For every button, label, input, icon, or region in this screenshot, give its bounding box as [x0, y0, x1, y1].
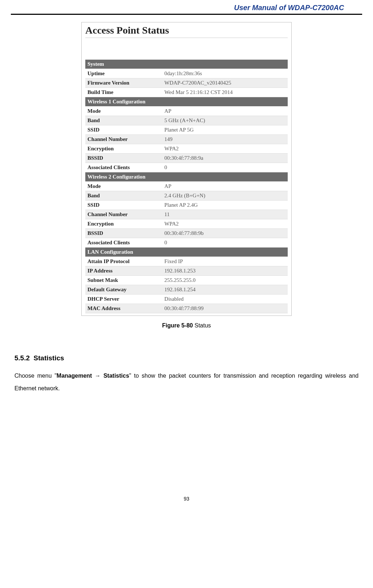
row-label: Build Time — [85, 88, 162, 97]
table-row: DHCP ServerDisabled — [85, 295, 288, 304]
row-label: Subnet Mask — [85, 276, 162, 285]
status-table: SystemUptime0day:1h:28m:36sFirmware Vers… — [85, 60, 288, 313]
figure-caption-bold: Figure 5-80 — [162, 322, 193, 329]
row-value: 2.4 GHz (B+G+N) — [162, 191, 288, 201]
arrow-icon: → — [92, 373, 103, 379]
figure-caption-text: Status — [193, 322, 211, 329]
row-label: SSID — [85, 125, 162, 135]
row-value: AP — [162, 182, 288, 191]
section-heading: 5.5.2 Statistics — [14, 354, 359, 362]
table-row: BSSID00:30:4f:77:88:9b — [85, 229, 288, 238]
table-row: EncryptionWPA2 — [85, 144, 288, 154]
row-value: 11 — [162, 210, 288, 219]
row-value: 00:30:4f:77:88:99 — [162, 304, 288, 313]
row-label: Mode — [85, 107, 162, 116]
row-label: Uptime — [85, 69, 162, 78]
row-value: AP — [162, 107, 288, 116]
table-row: EncryptionWPA2 — [85, 219, 288, 229]
row-label: Attain IP Protocol — [85, 257, 162, 266]
status-title: Access Point Status — [85, 25, 288, 38]
table-row: Firmware VersionWDAP-C7200AC_v20140425 — [85, 78, 288, 88]
table-row: Build TimeWed Mar 5 21:16:12 CST 2014 — [85, 88, 288, 97]
row-label: Associated Clients — [85, 238, 162, 248]
row-value: 192.168.1.253 — [162, 266, 288, 276]
row-label: Channel Number — [85, 210, 162, 219]
row-value: 255.255.255.0 — [162, 276, 288, 285]
section-header: Wireless 2 Configuration — [85, 172, 288, 182]
status-box: Access Point Status SystemUptime0day:1h:… — [81, 22, 292, 316]
table-row: Channel Number149 — [85, 135, 288, 144]
table-row: MAC Address00:30:4f:77:88:99 — [85, 304, 288, 313]
row-label: Encryption — [85, 219, 162, 229]
table-row: Default Gateway192.168.1.254 — [85, 285, 288, 295]
row-label: DHCP Server — [85, 295, 162, 304]
body-text: Choose menu "Management → Statistics" to… — [14, 369, 359, 395]
row-value: 00:30:4f:77:88:9b — [162, 229, 288, 238]
row-value: 192.168.1.254 — [162, 285, 288, 295]
menu-statistics: Statistics — [103, 373, 129, 379]
section-header-label: Wireless 2 Configuration — [85, 172, 288, 182]
table-row: SSIDPlanet AP 2.4G — [85, 201, 288, 210]
table-row: Band2.4 GHz (B+G+N) — [85, 191, 288, 201]
row-value: 5 GHz (A+N+AC) — [162, 116, 288, 125]
row-label: MAC Address — [85, 304, 162, 313]
row-label: Encryption — [85, 144, 162, 154]
figure-caption: Figure 5-80 Status — [0, 322, 373, 329]
row-value: 0 — [162, 163, 288, 172]
row-label: Band — [85, 116, 162, 125]
row-value: 0day:1h:28m:36s — [162, 69, 288, 78]
row-value: Fixed IP — [162, 257, 288, 266]
table-row: ModeAP — [85, 107, 288, 116]
table-row: ModeAP — [85, 182, 288, 191]
table-row: Attain IP ProtocolFixed IP — [85, 257, 288, 266]
table-row: SSIDPlanet AP 5G — [85, 125, 288, 135]
row-value: WDAP-C7200AC_v20140425 — [162, 78, 288, 88]
table-row: Band5 GHz (A+N+AC) — [85, 116, 288, 125]
header-divider — [11, 14, 362, 15]
row-label: SSID — [85, 201, 162, 210]
row-value: 149 — [162, 135, 288, 144]
page: User Manual of WDAP-C7200AC Access Point… — [0, 0, 373, 502]
table-row: BSSID00:30:4f:77:88:9a — [85, 154, 288, 163]
section-header: System — [85, 60, 288, 69]
row-value: WPA2 — [162, 219, 288, 229]
section-header: Wireless 1 Configuration — [85, 97, 288, 107]
table-row: Associated Clients0 — [85, 238, 288, 248]
row-value: Planet AP 2.4G — [162, 201, 288, 210]
section-header-label: Wireless 1 Configuration — [85, 97, 288, 107]
row-value: 00:30:4f:77:88:9a — [162, 154, 288, 163]
row-label: Mode — [85, 182, 162, 191]
section-header-label: System — [85, 60, 288, 69]
row-label: Associated Clients — [85, 163, 162, 172]
table-row: Subnet Mask255.255.255.0 — [85, 276, 288, 285]
row-label: Band — [85, 191, 162, 201]
section-number: 5.5.2 — [14, 354, 30, 362]
row-label: IP Address — [85, 266, 162, 276]
section-header: LAN Configuration — [85, 248, 288, 257]
row-value: 0 — [162, 238, 288, 248]
table-row: Associated Clients0 — [85, 163, 288, 172]
row-label: BSSID — [85, 229, 162, 238]
row-label: BSSID — [85, 154, 162, 163]
section-header-label: LAN Configuration — [85, 248, 288, 257]
page-number: 93 — [0, 496, 373, 502]
row-label: Firmware Version — [85, 78, 162, 88]
table-row: IP Address192.168.1.253 — [85, 266, 288, 276]
table-row: Channel Number11 — [85, 210, 288, 219]
row-label: Channel Number — [85, 135, 162, 144]
header-title: User Manual of WDAP-C7200AC — [0, 0, 373, 14]
table-row: Uptime0day:1h:28m:36s — [85, 69, 288, 78]
row-value: Planet AP 5G — [162, 125, 288, 135]
row-value: WPA2 — [162, 144, 288, 154]
section-title: Statistics — [34, 354, 64, 362]
row-value: Disabled — [162, 295, 288, 304]
menu-management: Management — [57, 373, 92, 379]
row-label: Default Gateway — [85, 285, 162, 295]
row-value: Wed Mar 5 21:16:12 CST 2014 — [162, 88, 288, 97]
body-pre: Choose menu " — [14, 373, 57, 379]
